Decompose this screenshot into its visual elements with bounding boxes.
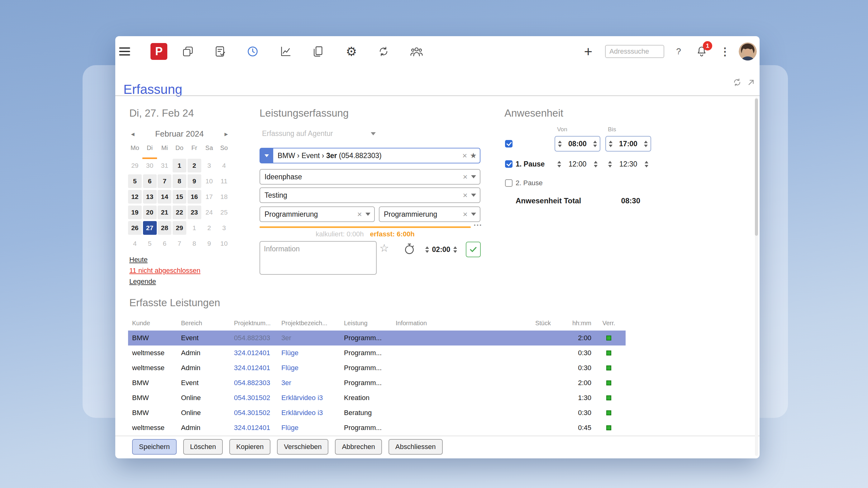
cell-projektnr[interactable]: 054.882303: [234, 334, 281, 342]
calendar-day[interactable]: 3: [202, 159, 216, 172]
calendar-day[interactable]: 9: [188, 174, 201, 188]
pause1-to-right-arrows[interactable]: [645, 161, 648, 168]
calendar-day[interactable]: 2: [188, 159, 201, 172]
documents-icon[interactable]: [311, 45, 324, 58]
cell-projektnr[interactable]: 054.882303: [234, 379, 281, 387]
menu-icon[interactable]: [118, 45, 131, 58]
worktime-to-stepper[interactable]: 17:00: [606, 136, 651, 151]
task-field[interactable]: Testing: [259, 188, 480, 203]
settings-icon[interactable]: [345, 45, 358, 58]
calendar-day[interactable]: 7: [173, 237, 186, 250]
pause1-to-stepper[interactable]: 12:30: [606, 156, 651, 172]
more-icon[interactable]: [718, 45, 732, 58]
calendar-day[interactable]: 4: [217, 159, 231, 172]
calendar-day[interactable]: 4: [128, 237, 142, 250]
calendar-day[interactable]: 1: [173, 159, 186, 172]
table-row[interactable]: BMWOnline054.301502Erklärvideo i3Kreatio…: [128, 391, 626, 405]
footer-button-abbrechen[interactable]: Abbrechen: [335, 439, 382, 455]
calendar-day[interactable]: 20: [143, 205, 157, 219]
pause1-from-stepper[interactable]: 12:00: [555, 156, 600, 172]
cell-projektnr[interactable]: 054.301502: [234, 394, 281, 402]
task-caret-icon[interactable]: [471, 194, 476, 197]
cell-projektnr[interactable]: 054.301502: [234, 409, 281, 417]
scrollbar-thumb[interactable]: [755, 98, 758, 236]
table-row[interactable]: weltmesseAdmin324.012401FlügeProgramm...…: [128, 420, 626, 435]
project-favorite-icon[interactable]: [470, 152, 477, 159]
phase-field[interactable]: Ideenphase: [259, 169, 480, 184]
calendar-day[interactable]: 11: [217, 174, 231, 188]
calendar-day[interactable]: 29: [128, 159, 142, 172]
calendar-day[interactable]: 29: [173, 221, 186, 235]
column-header[interactable]: hh:mm: [552, 320, 592, 327]
worktime-to-right-arrows[interactable]: [644, 141, 648, 147]
table-row[interactable]: weltmesseAdmin324.012401FlügeProgramm...…: [128, 345, 626, 361]
calendar-day[interactable]: 16: [188, 190, 201, 204]
worktime-from-left-arrows[interactable]: [558, 141, 562, 147]
refresh-page-icon[interactable]: [732, 77, 743, 88]
calendar-day[interactable]: 18: [217, 190, 231, 204]
scope-caret-icon[interactable]: [371, 132, 376, 135]
duration-stepper-right-arrows[interactable]: [453, 246, 457, 253]
calendar-day[interactable]: 13: [143, 190, 157, 204]
calendar-day[interactable]: 14: [158, 190, 172, 204]
calendar-day[interactable]: 8: [173, 174, 186, 188]
calendar-day[interactable]: 10: [202, 174, 216, 188]
cell-projektbez[interactable]: Erklärvideo i3: [281, 394, 344, 402]
task-clear-icon[interactable]: [461, 191, 469, 199]
legend-link[interactable]: Legende: [129, 278, 200, 286]
worktime-from-stepper[interactable]: 08:00: [555, 136, 600, 151]
app-logo[interactable]: P: [151, 43, 167, 60]
worktime-from-right-arrows[interactable]: [593, 141, 597, 147]
column-header[interactable]: Verr.: [592, 320, 626, 327]
calendar-day[interactable]: 30: [143, 159, 157, 172]
service-right-caret-icon[interactable]: [471, 213, 476, 216]
calendar-day[interactable]: 17: [202, 190, 216, 204]
contacts-icon[interactable]: [410, 45, 424, 58]
project-dropdown-icon[interactable]: [260, 148, 273, 163]
project-clear-icon[interactable]: [461, 151, 469, 160]
calendar-day[interactable]: 3: [217, 221, 231, 235]
calendar-day[interactable]: 25: [217, 205, 231, 219]
information-textarea[interactable]: [259, 241, 377, 275]
worktime-to-left-arrows[interactable]: [609, 141, 613, 147]
column-header[interactable]: Projektbezeich...: [281, 320, 344, 327]
calendar-day[interactable]: 2: [202, 221, 216, 235]
calendar-day[interactable]: 22: [173, 205, 186, 219]
cell-projektbez[interactable]: Flüge: [281, 424, 344, 432]
footer-button-speichern[interactable]: Speichern: [132, 439, 177, 455]
cell-projektnr[interactable]: 324.012401: [234, 424, 281, 432]
more-options[interactable]: ...: [473, 218, 482, 228]
calendar-day[interactable]: 28: [158, 221, 172, 235]
calendar-day[interactable]: 23: [188, 205, 201, 219]
sync-icon[interactable]: [377, 45, 391, 58]
scope-select[interactable]: Erfassung auf Agentur: [262, 130, 333, 138]
calendar-day[interactable]: 12: [128, 190, 142, 204]
cell-projektbez[interactable]: Flüge: [281, 364, 344, 372]
table-row[interactable]: BMWEvent054.8823033erProgramm...2:00: [128, 331, 626, 345]
calendar-day[interactable]: 27: [143, 221, 157, 235]
cell-projektnr[interactable]: 324.012401: [234, 349, 281, 357]
calendar-day[interactable]: 7: [158, 174, 172, 188]
pause1-from-right-arrows[interactable]: [594, 161, 597, 168]
calendar-day[interactable]: 6: [143, 174, 157, 188]
column-header[interactable]: Stück: [505, 320, 552, 327]
calendar-day[interactable]: 15: [173, 190, 186, 204]
add-icon[interactable]: [581, 45, 595, 58]
service-left-caret-icon[interactable]: [366, 213, 370, 216]
stopwatch-icon[interactable]: [403, 242, 416, 256]
table-row[interactable]: BMWOnline054.301502Erklärvideo i3Beratun…: [128, 405, 626, 420]
calendar-next-icon[interactable]: ▸: [221, 130, 231, 138]
pause1-to-left-arrows[interactable]: [608, 161, 612, 168]
help-icon[interactable]: ?: [672, 45, 685, 58]
calendar-day[interactable]: 5: [128, 174, 142, 188]
footer-button-kopieren[interactable]: Kopieren: [229, 439, 271, 455]
pause1-from-left-arrows[interactable]: [557, 161, 561, 168]
calendar-day[interactable]: 8: [188, 237, 201, 250]
calendar-day[interactable]: 6: [158, 237, 172, 250]
footer-button-abschliessen[interactable]: Abschliessen: [389, 439, 443, 455]
cell-projektbez[interactable]: Flüge: [281, 349, 344, 357]
cell-projektbez[interactable]: Erklärvideo i3: [281, 409, 344, 417]
projects-icon[interactable]: [181, 45, 195, 58]
calendar-day[interactable]: 31: [158, 159, 172, 172]
phase-clear-icon[interactable]: [461, 173, 469, 181]
